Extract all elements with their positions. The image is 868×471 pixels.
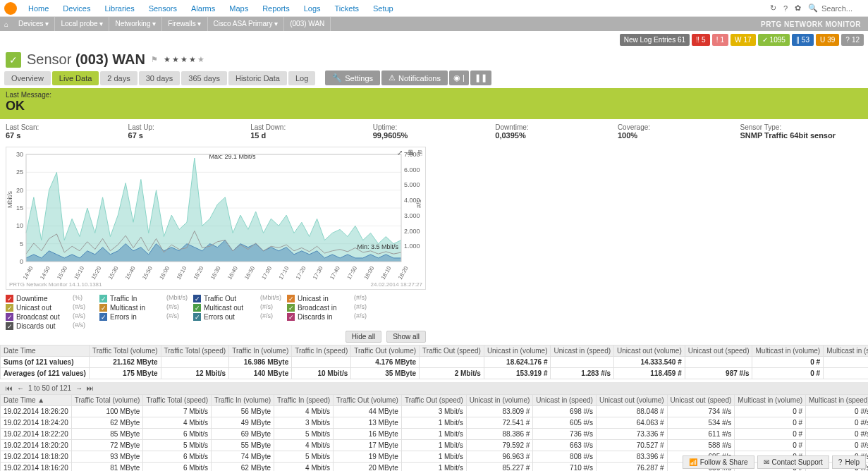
col-header[interactable]: Traffic Out (volume) bbox=[334, 395, 402, 406]
breadcrumb-item[interactable]: Firewalls ▾ bbox=[162, 17, 207, 31]
col-header[interactable]: Traffic Total (speed) bbox=[161, 345, 229, 357]
new-log-pill[interactable]: New Log Entries 61 bbox=[620, 34, 690, 46]
tab-365-days[interactable]: 365 days bbox=[181, 71, 227, 85]
col-header[interactable]: Traffic Total (speed) bbox=[143, 395, 212, 406]
legend-item[interactable]: ✓Multicast in bbox=[99, 303, 166, 312]
col-header[interactable]: Date Time bbox=[1, 345, 90, 357]
col-header[interactable]: Traffic Total (volume) bbox=[71, 395, 143, 406]
follow-share-button[interactable]: 📶Follow & Share bbox=[683, 455, 754, 469]
show-all-button[interactable]: Show all bbox=[386, 331, 426, 343]
col-header[interactable]: Traffic Out (volume) bbox=[351, 345, 420, 357]
legend-item[interactable]: ✓Errors out bbox=[193, 312, 260, 322]
tab-historic-data[interactable]: Historic Data bbox=[228, 71, 287, 85]
col-header[interactable]: Unicast out (volume) bbox=[614, 345, 685, 357]
legend-item[interactable]: ✓Traffic Out bbox=[193, 294, 260, 303]
menu-home[interactable]: Home bbox=[21, 0, 56, 17]
legend-item[interactable]: ✓Discards in bbox=[287, 312, 354, 322]
col-header[interactable]: Traffic Total (volume) bbox=[89, 345, 161, 357]
settings-button[interactable]: 🔧Settings bbox=[325, 71, 380, 85]
col-header[interactable]: Traffic In (volume) bbox=[229, 345, 292, 357]
legend-item[interactable]: ✓Broadcast out bbox=[6, 312, 73, 322]
notifications-button[interactable]: ⚠Notifications bbox=[381, 71, 448, 85]
alarm-partial-pill[interactable]: ! 1 bbox=[712, 34, 728, 46]
menu-setup[interactable]: Setup bbox=[366, 0, 401, 17]
breadcrumb-item[interactable]: Local probe ▾ bbox=[55, 17, 109, 31]
col-header[interactable]: Date Time ▲ bbox=[1, 395, 72, 406]
contact-support-button[interactable]: ✉Contact Support bbox=[757, 455, 829, 469]
breadcrumb-item[interactable]: Networking ▾ bbox=[109, 17, 162, 31]
col-header[interactable]: Multicast in (speed) bbox=[806, 395, 868, 406]
tab-log[interactable]: Log bbox=[288, 71, 315, 85]
legend-item[interactable]: ✓Traffic In bbox=[99, 294, 166, 303]
search-input[interactable] bbox=[821, 4, 864, 13]
search-icon[interactable]: 🔍 bbox=[805, 4, 821, 13]
menu-tickets[interactable]: Tickets bbox=[328, 0, 366, 17]
col-header[interactable]: Traffic In (speed) bbox=[292, 345, 351, 357]
legend-item[interactable]: ✓Downtime bbox=[6, 294, 73, 303]
legend-item[interactable]: ✓Unicast in bbox=[287, 294, 354, 303]
col-header[interactable]: Multicast in (speed) bbox=[824, 345, 868, 357]
priority-flag-icon[interactable]: ⚑ bbox=[151, 55, 158, 64]
legend-item[interactable]: ✓Multicast out bbox=[193, 303, 260, 312]
gear-icon[interactable]: ✿ bbox=[791, 4, 805, 13]
show-dependency-icon[interactable]: ◉ | bbox=[449, 71, 469, 85]
col-header[interactable]: Unicast in (volume) bbox=[466, 395, 533, 406]
col-header[interactable]: Traffic In (volume) bbox=[212, 395, 274, 406]
breadcrumb-item[interactable]: (003) WAN bbox=[284, 17, 331, 31]
svg-text:2.000: 2.000 bbox=[404, 228, 420, 235]
tab-overview[interactable]: Overview bbox=[4, 71, 51, 85]
col-header[interactable]: Multicast in (volume) bbox=[752, 345, 824, 357]
col-header[interactable]: Traffic Out (speed) bbox=[401, 395, 466, 406]
legend-item[interactable]: ✓Unicast out bbox=[6, 303, 73, 312]
col-header[interactable]: Traffic Out (speed) bbox=[420, 345, 484, 357]
priority-stars[interactable]: ★★★★★ bbox=[164, 55, 206, 64]
tab-live-data[interactable]: Live Data bbox=[52, 71, 99, 85]
live-chart: ⤢ 🖶 ⎘ 0510152025301.0002.0003.0004.0005.… bbox=[6, 147, 426, 290]
alarm-down-pill[interactable]: ‼ 5 bbox=[692, 34, 710, 46]
legend-item[interactable]: ✓Broadcast in bbox=[287, 303, 354, 312]
stat: Last Down:15 d bbox=[250, 123, 373, 140]
col-header[interactable]: Unicast out (volume) bbox=[596, 395, 667, 406]
col-header[interactable]: Unicast in (speed) bbox=[551, 345, 614, 357]
last-message-value: OK bbox=[6, 99, 862, 114]
menu-alarms[interactable]: Alarms bbox=[184, 0, 222, 17]
col-header[interactable]: Unicast in (volume) bbox=[484, 345, 551, 357]
home-icon[interactable]: ⌂ bbox=[0, 20, 13, 28]
legend-item[interactable]: ✓Discards out bbox=[6, 322, 73, 331]
menu-reports[interactable]: Reports bbox=[255, 0, 297, 17]
menu-sensors[interactable]: Sensors bbox=[142, 0, 184, 17]
unknown-pill[interactable]: ? 12 bbox=[841, 34, 864, 46]
svg-text:#/s: #/s bbox=[415, 199, 422, 208]
chart-popout-icon[interactable]: ⤢ bbox=[397, 149, 403, 157]
col-header[interactable]: Unicast out (speed) bbox=[685, 345, 752, 357]
refresh-icon[interactable]: ↻ bbox=[766, 4, 780, 13]
breadcrumb-item[interactable]: Cisco ASA Primary ▾ bbox=[208, 17, 285, 31]
col-header[interactable]: Unicast in (speed) bbox=[533, 395, 597, 406]
unusual-pill[interactable]: U 39 bbox=[816, 34, 839, 46]
menu-devices[interactable]: Devices bbox=[56, 0, 97, 17]
menu-maps[interactable]: Maps bbox=[222, 0, 255, 17]
menu-logs[interactable]: Logs bbox=[297, 0, 328, 17]
stat: Last Up:67 s bbox=[128, 123, 251, 140]
pager-first-icon[interactable]: ⏮ bbox=[6, 384, 13, 392]
tab-2-days[interactable]: 2 days bbox=[100, 71, 137, 85]
pause-icon[interactable]: ❚❚ bbox=[470, 71, 491, 85]
pager-next-icon[interactable]: → bbox=[75, 384, 82, 392]
chart-print-icon[interactable]: 🖶 bbox=[407, 149, 414, 157]
pager-last-icon[interactable]: ⏭ bbox=[87, 384, 94, 392]
up-pill[interactable]: ✓ 1095 bbox=[758, 34, 790, 46]
warning-pill[interactable]: W 17 bbox=[731, 34, 756, 46]
pager-prev-icon[interactable]: ← bbox=[17, 384, 24, 392]
col-header[interactable]: Traffic In (speed) bbox=[274, 395, 334, 406]
paused-pill[interactable]: ‖ 53 bbox=[792, 34, 814, 46]
legend-item[interactable]: ✓Errors in bbox=[99, 312, 166, 322]
hide-all-button[interactable]: Hide all bbox=[346, 331, 381, 343]
menu-libraries[interactable]: Libraries bbox=[97, 0, 141, 17]
help-icon[interactable]: ? bbox=[780, 4, 791, 13]
tab-30-days[interactable]: 30 days bbox=[139, 71, 181, 85]
col-header[interactable]: Multicast in (volume) bbox=[735, 395, 806, 406]
help-button[interactable]: ?Help bbox=[832, 455, 866, 469]
chart-export-icon[interactable]: ⎘ bbox=[418, 149, 422, 157]
breadcrumb-item[interactable]: Devices ▾ bbox=[13, 17, 55, 31]
col-header[interactable]: Unicast out (speed) bbox=[667, 395, 735, 406]
